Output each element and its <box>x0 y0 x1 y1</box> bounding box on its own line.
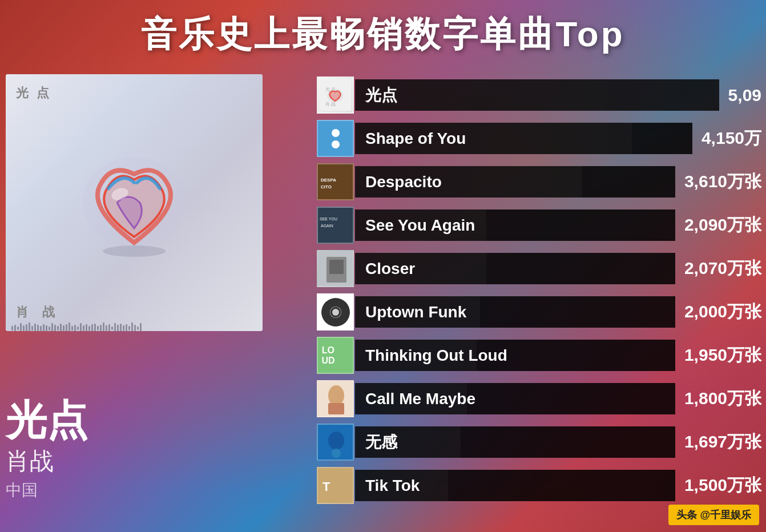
chart-row: Call Me Maybe1,800万张 <box>317 378 766 420</box>
left-panel: 光 点 肖 战 <box>6 74 285 394</box>
song-name: Closer <box>355 260 415 278</box>
song-name: Thinking Out Loud <box>355 346 507 365</box>
song-value: 3,610万张 <box>684 170 766 194</box>
song-value: 2,000万张 <box>684 300 766 324</box>
svg-point-17 <box>328 385 344 406</box>
song-thumbnail <box>317 120 354 157</box>
song-artist: 肖战 <box>6 445 88 477</box>
bar-container: Call Me Maybe <box>355 383 675 414</box>
svg-point-20 <box>328 432 344 450</box>
watermark: 头条 @千里娱乐 <box>668 505 759 525</box>
bar-fill <box>355 79 719 111</box>
song-value: 1,697万张 <box>684 430 766 454</box>
bar-container: Thinking Out Loud <box>355 340 675 371</box>
bar-container: Closer <box>355 253 675 284</box>
chart-row: Closer2,070万张 <box>317 248 766 289</box>
chart-row: DESPA CITODespacito3,610万张 <box>317 161 766 203</box>
song-thumbnail: DESPA CITO <box>317 163 354 200</box>
song-country: 中国 <box>6 479 88 501</box>
chart-row: 光 点 肖 战 光点5,09 <box>317 74 766 116</box>
album-art: 光 点 肖 战 <box>6 74 263 331</box>
page-title: 音乐史上最畅销数字单曲Top <box>0 10 766 58</box>
song-thumbnail: SEE YOU AGAIN <box>317 207 354 244</box>
svg-rect-18 <box>328 403 344 414</box>
song-thumbnail <box>317 380 354 417</box>
song-thumbnail: T <box>317 467 354 504</box>
svg-text:CITO: CITO <box>321 184 332 190</box>
svg-text:DESPA: DESPA <box>321 178 336 183</box>
song-name: Call Me Maybe <box>355 390 475 408</box>
song-thumbnail <box>317 293 354 331</box>
bar-container: Despacito <box>355 166 675 198</box>
svg-point-21 <box>332 449 341 458</box>
chart-row: LOUDThinking Out Loud1,950万张 <box>317 334 766 376</box>
song-thumbnail <box>317 424 354 461</box>
chart-row: T Tik Tok1,500万张 <box>317 465 766 506</box>
song-title: 光点 <box>6 400 88 441</box>
song-info: 光点 肖战 中国 <box>6 400 88 501</box>
song-name: 光点 <box>355 84 397 106</box>
bar-container: Uptown Funk <box>355 296 675 328</box>
bar-container: 光点 <box>355 79 719 111</box>
svg-rect-15 <box>329 260 344 274</box>
chart-row: Shape of You4,150万 <box>317 118 766 159</box>
corner-bl: 肖 战 <box>16 304 57 321</box>
svg-text:SEE YOU: SEE YOU <box>320 217 337 221</box>
song-value: 2,070万张 <box>684 257 766 280</box>
song-name: Shape of You <box>355 130 466 148</box>
song-value: 4,150万 <box>702 127 766 150</box>
song-name: 无感 <box>355 432 397 453</box>
svg-text:T: T <box>322 479 330 494</box>
bar-container: See You Again <box>355 209 675 241</box>
song-value: 1,500万张 <box>684 474 766 497</box>
song-thumbnail: 光 点 肖 战 <box>317 76 354 114</box>
bar-container: Shape of You <box>355 123 692 154</box>
bar-container: Tik Tok <box>355 470 675 501</box>
song-value: 1,800万张 <box>684 387 766 410</box>
chart-panel: 光 点 肖 战 光点5,09Shape of You4,150万 DESPA C… <box>317 74 766 508</box>
chart-row: 无感1,697万张 <box>317 421 766 463</box>
chart-row: SEE YOU AGAINSee You Again2,090万张 <box>317 204 766 246</box>
bar-container: 无感 <box>355 426 675 458</box>
song-name: Uptown Funk <box>355 303 466 321</box>
song-thumbnail: LOUD <box>317 337 354 374</box>
svg-point-2 <box>103 245 166 257</box>
corner-tl: 光 点 <box>16 84 51 102</box>
waveform <box>11 320 257 331</box>
svg-text:AGAIN: AGAIN <box>321 224 333 228</box>
song-thumbnail <box>317 250 354 287</box>
heart-artwork <box>54 128 214 277</box>
song-value: 5,09 <box>728 86 766 105</box>
svg-text:肖  战: 肖 战 <box>325 102 336 107</box>
chart-row: Uptown Funk2,000万张 <box>317 291 766 333</box>
song-value: 2,090万张 <box>684 213 766 237</box>
song-value: 1,950万张 <box>684 344 766 367</box>
song-name: See You Again <box>355 216 475 235</box>
song-name: Tik Tok <box>355 477 420 495</box>
song-name: Despacito <box>355 173 442 191</box>
